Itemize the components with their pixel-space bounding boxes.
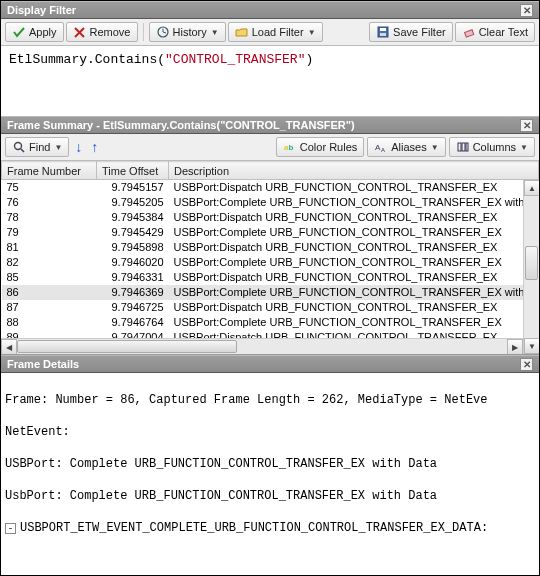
cell-time-offset: 9.7946020 xyxy=(97,255,169,270)
frame-summary-grid[interactable]: Frame Number Time Offset Description 759… xyxy=(1,161,539,355)
chevron-down-icon: ▼ xyxy=(431,143,439,152)
col-frame-number[interactable]: Frame Number xyxy=(2,162,97,180)
close-icon[interactable]: ✕ xyxy=(520,358,533,371)
scroll-down-icon[interactable]: ▼ xyxy=(524,338,539,354)
find-label: Find xyxy=(29,141,50,153)
svg-line-10 xyxy=(21,149,24,152)
filter-expression-input[interactable]: EtlSummary.Contains("CONTROL_TRANSFER") xyxy=(1,46,539,116)
clear-text-label: Clear Text xyxy=(479,26,528,38)
columns-label: Columns xyxy=(473,141,516,153)
chevron-down-icon: ▼ xyxy=(308,28,316,37)
x-icon xyxy=(73,25,87,39)
svg-point-9 xyxy=(15,143,22,150)
scroll-up-icon[interactable]: ▲ xyxy=(524,180,539,196)
table-row[interactable]: 799.7945429USBPort:Complete URB_FUNCTION… xyxy=(2,225,539,240)
frame-summary-title: Frame Summary - EtlSummary.Contains("CON… xyxy=(7,119,355,131)
cell-time-offset: 9.7946369 xyxy=(97,285,169,300)
table-row[interactable]: 819.7945898USBPort:Dispatch URB_FUNCTION… xyxy=(2,240,539,255)
cell-description: USBPort:Complete URB_FUNCTION_CONTROL_TR… xyxy=(169,285,539,300)
load-filter-label: Load Filter xyxy=(252,26,304,38)
svg-rect-8 xyxy=(464,30,473,37)
find-button[interactable]: Find ▼ xyxy=(5,137,69,157)
cell-frame-number: 79 xyxy=(2,225,97,240)
svg-rect-14 xyxy=(458,143,461,151)
scroll-thumb[interactable] xyxy=(525,246,538,280)
cell-time-offset: 9.7945205 xyxy=(97,195,169,210)
table-row[interactable]: 859.7946331USBPort:Dispatch URB_FUNCTION… xyxy=(2,270,539,285)
cell-description: USBPort:Dispatch URB_FUNCTION_CONTROL_TR… xyxy=(169,300,539,315)
color-rules-button[interactable]: ab Color Rules xyxy=(276,137,364,157)
svg-rect-15 xyxy=(462,143,465,151)
table-row[interactable]: 829.7946020USBPort:Complete URB_FUNCTION… xyxy=(2,255,539,270)
cell-description: USBPort:Dispatch URB_FUNCTION_CONTROL_TR… xyxy=(169,270,539,285)
cell-description: USBPort:Dispatch URB_FUNCTION_CONTROL_TR… xyxy=(169,240,539,255)
frame-details-tree[interactable]: Frame: Number = 86, Captured Frame Lengt… xyxy=(1,373,539,539)
load-filter-button[interactable]: Load Filter ▼ xyxy=(228,22,323,42)
remove-button[interactable]: Remove xyxy=(66,22,138,42)
close-icon[interactable]: ✕ xyxy=(520,119,533,132)
table-row[interactable]: 789.7945384USBPort:Dispatch URB_FUNCTION… xyxy=(2,210,539,225)
separator xyxy=(143,23,144,41)
remove-label: Remove xyxy=(90,26,131,38)
cell-frame-number: 82 xyxy=(2,255,97,270)
cell-description: USBPort:Complete URB_FUNCTION_CONTROL_TR… xyxy=(169,315,539,330)
eraser-icon xyxy=(462,25,476,39)
cell-frame-number: 76 xyxy=(2,195,97,210)
chevron-down-icon: ▼ xyxy=(211,28,219,37)
tree-line: USBPORT_ETW_EVENT_COMPLETE_URB_FUNCTION_… xyxy=(20,520,488,536)
tree-line: Frame: Number = 86, Captured Frame Lengt… xyxy=(5,392,487,408)
cell-frame-number: 75 xyxy=(2,180,97,195)
aliases-button[interactable]: AA Aliases ▼ xyxy=(367,137,445,157)
horizontal-scrollbar[interactable]: ◀ ▶ xyxy=(1,338,523,354)
cell-frame-number: 88 xyxy=(2,315,97,330)
cell-time-offset: 9.7945157 xyxy=(97,180,169,195)
scroll-right-icon[interactable]: ▶ xyxy=(507,339,523,355)
history-button[interactable]: History ▼ xyxy=(149,22,226,42)
tree-line: USBPort: Complete URB_FUNCTION_CONTROL_T… xyxy=(5,456,437,472)
aliases-label: Aliases xyxy=(391,141,426,153)
save-filter-button[interactable]: Save Filter xyxy=(369,22,453,42)
tree-line: NetEvent: xyxy=(5,424,70,440)
collapse-icon[interactable]: - xyxy=(5,523,16,534)
svg-text:A: A xyxy=(381,147,385,152)
cell-frame-number: 87 xyxy=(2,300,97,315)
color-rules-label: Color Rules xyxy=(300,141,357,153)
scroll-left-icon[interactable]: ◀ xyxy=(1,339,17,355)
find-next-button[interactable]: ↓ xyxy=(72,139,85,155)
display-filter-titlebar: Display Filter ✕ xyxy=(1,1,539,19)
table-row[interactable]: 879.7946725USBPort:Dispatch URB_FUNCTION… xyxy=(2,300,539,315)
table-row[interactable]: 869.7946369USBPort:Complete URB_FUNCTION… xyxy=(2,285,539,300)
folder-open-icon xyxy=(235,25,249,39)
svg-rect-7 xyxy=(380,33,386,36)
col-description[interactable]: Description xyxy=(169,162,539,180)
cell-frame-number: 81 xyxy=(2,240,97,255)
display-filter-title: Display Filter xyxy=(7,4,76,16)
close-icon[interactable]: ✕ xyxy=(520,4,533,17)
svg-rect-6 xyxy=(380,28,386,31)
save-icon xyxy=(376,25,390,39)
cell-frame-number: 85 xyxy=(2,270,97,285)
cell-time-offset: 9.7945429 xyxy=(97,225,169,240)
table-row[interactable]: 759.7945157USBPort:Dispatch URB_FUNCTION… xyxy=(2,180,539,195)
cell-time-offset: 9.7945898 xyxy=(97,240,169,255)
frame-summary-toolbar: Find ▼ ↓ ↑ ab Color Rules AA Aliases ▼ C… xyxy=(1,134,539,161)
find-prev-button[interactable]: ↑ xyxy=(88,139,101,155)
apply-button[interactable]: Apply xyxy=(5,22,64,42)
scroll-thumb[interactable] xyxy=(17,340,237,353)
cell-description: USBPort:Dispatch URB_FUNCTION_CONTROL_TR… xyxy=(169,210,539,225)
frame-details-title: Frame Details xyxy=(7,358,79,370)
frame-summary-titlebar: Frame Summary - EtlSummary.Contains("CON… xyxy=(1,116,539,134)
clear-text-button[interactable]: Clear Text xyxy=(455,22,535,42)
vertical-scrollbar[interactable]: ▲ ▼ xyxy=(523,180,539,354)
save-filter-label: Save Filter xyxy=(393,26,446,38)
columns-button[interactable]: Columns ▼ xyxy=(449,137,535,157)
search-icon xyxy=(12,140,26,154)
col-time-offset[interactable]: Time Offset xyxy=(97,162,169,180)
frame-details-titlebar: Frame Details ✕ xyxy=(1,355,539,373)
table-row[interactable]: 769.7945205USBPort:Complete URB_FUNCTION… xyxy=(2,195,539,210)
cell-description: USBPort:Complete URB_FUNCTION_CONTROL_TR… xyxy=(169,255,539,270)
table-row[interactable]: 889.7946764USBPort:Complete URB_FUNCTION… xyxy=(2,315,539,330)
cell-description: USBPort:Complete URB_FUNCTION_CONTROL_TR… xyxy=(169,195,539,210)
chevron-down-icon: ▼ xyxy=(520,143,528,152)
cell-time-offset: 9.7945384 xyxy=(97,210,169,225)
